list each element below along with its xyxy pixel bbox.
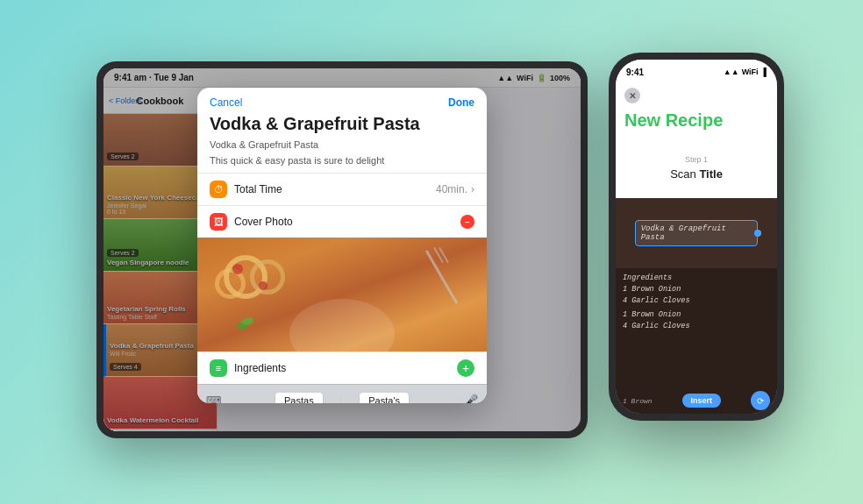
total-time-right: 40min. ›	[436, 183, 474, 195]
camera-scan-area: Vodka & Grapefruit Pasta Ingredients 1 B…	[616, 198, 777, 414]
suggestion-divider: |	[340, 395, 343, 403]
step-label: Step 1	[624, 155, 768, 164]
step-text-bold: Title	[699, 167, 723, 181]
keyboard-bar: ⌨ Pastas | Pasta's 🎤	[197, 384, 487, 403]
microphone-icon[interactable]: 🎤	[463, 394, 478, 404]
tablet-screen: 9:41 am · Tue 9 Jan ▲▲ WiFi 🔋 100% < Fol…	[103, 68, 581, 431]
delete-cover-button[interactable]: −	[460, 215, 474, 229]
step-text-prefix: Scan	[670, 167, 699, 181]
photo-icon: 🖼	[210, 213, 227, 231]
total-time-label: Total Time	[234, 183, 282, 195]
scan-text-box: Vodka & Grapefruit Pasta	[635, 220, 759, 246]
phone-header: ✕	[616, 84, 777, 107]
ingredients-left: ≡ Ingredients	[210, 359, 286, 377]
phone-screen: 9:41 ▲▲ WiFi ▐ ✕ New Recipe Step 1 Scan …	[616, 60, 777, 414]
add-ingredient-button[interactable]: +	[457, 359, 474, 377]
total-time-value: 40min.	[436, 183, 467, 195]
tablet-device: 9:41 am · Tue 9 Jan ▲▲ WiFi 🔋 100% < Fol…	[96, 61, 588, 438]
modal-description: This quick & easy pasta is sure to delig…	[197, 152, 487, 173]
close-button[interactable]: ✕	[624, 88, 640, 103]
recipe-modal: Cancel Done Vodka & Grapefruit Pasta Vod…	[197, 88, 487, 403]
tablet-main-content: < Folders Cookbook Serves 2 Classic New …	[103, 88, 581, 431]
total-time-row[interactable]: ⏱ Total Time 40min. ›	[197, 173, 487, 205]
ingredients-row: ≡ Ingredients +	[197, 351, 487, 384]
total-time-left: ⏱ Total Time	[210, 181, 282, 198]
preview-text: 1 Brown	[623, 397, 653, 405]
cancel-button[interactable]: Cancel	[210, 96, 242, 109]
phone-device: 9:41 ▲▲ WiFi ▐ ✕ New Recipe Step 1 Scan …	[609, 53, 784, 421]
ocr-line-3: 4 Garlic Cloves	[623, 296, 770, 305]
ocr-line-4: 1 Brown Onion	[623, 310, 770, 319]
ocr-line-5: 4 Garlic Cloves	[623, 322, 770, 330]
ingredients-label: Ingredients	[234, 362, 286, 374]
cover-photo-title: 🖼 Cover Photo	[210, 213, 293, 231]
scan-toggle-button[interactable]: ⟳	[751, 391, 770, 410]
phone-wifi-icon: WiFi	[742, 67, 759, 76]
scan-region: Vodka & Grapefruit Pasta	[624, 215, 769, 252]
phone-content: ✕ New Recipe Step 1 Scan Title Vodka & G…	[616, 84, 777, 414]
phone-screen-title: New Recipe	[616, 107, 777, 138]
step-instruction: Scan Title	[624, 167, 768, 181]
insert-preview-text: 1 Brown	[623, 397, 653, 405]
keyboard-suggestions: Pastas | Pasta's	[221, 393, 463, 404]
done-button[interactable]: Done	[448, 96, 474, 109]
phone-time: 9:41	[626, 67, 644, 77]
cover-photo-header: 🖼 Cover Photo −	[197, 206, 487, 238]
ocr-output-area: Ingredients 1 Brown Onion 4 Garlic Clove…	[616, 268, 777, 387]
time-icon: ⏱	[210, 181, 227, 198]
chevron-right-icon: ›	[471, 183, 474, 195]
keyboard-tool-icon: ⌨	[206, 394, 221, 404]
phone-signal-icon: ▲▲	[724, 67, 739, 76]
cover-image	[197, 238, 487, 351]
phone-status-bar: 9:41 ▲▲ WiFi ▐	[616, 60, 777, 84]
modal-subtitle: Vodka & Grapefruit Pasta	[197, 138, 487, 152]
insert-action-bar: 1 Brown Insert ⟳	[616, 387, 777, 414]
insert-button[interactable]: Insert	[682, 394, 722, 408]
phone-battery-icon: ▐	[761, 67, 767, 76]
ingredients-icon: ≡	[210, 359, 227, 377]
cover-photo-section: 🖼 Cover Photo −	[197, 205, 487, 351]
phone-step-area: Step 1 Scan Title	[616, 138, 777, 198]
modal-overlay: Cancel Done Vodka & Grapefruit Pasta Vod…	[103, 88, 581, 431]
scanned-text: Vodka & Grapefruit Pasta	[641, 224, 752, 242]
suggestion-2[interactable]: Pasta's	[360, 393, 409, 404]
scan-cursor	[754, 230, 761, 237]
suggestion-1[interactable]: Pastas	[275, 393, 323, 404]
ocr-line-1: Ingredients	[623, 273, 770, 282]
phone-status-icons: ▲▲ WiFi ▐	[724, 67, 767, 76]
modal-topbar: Cancel Done	[197, 88, 487, 114]
scan-viewfinder: Vodka & Grapefruit Pasta	[616, 198, 777, 268]
ocr-line-2: 1 Brown Onion	[623, 285, 770, 294]
modal-recipe-title: Vodka & Grapefruit Pasta	[197, 114, 487, 138]
cover-photo-label: Cover Photo	[234, 216, 293, 228]
